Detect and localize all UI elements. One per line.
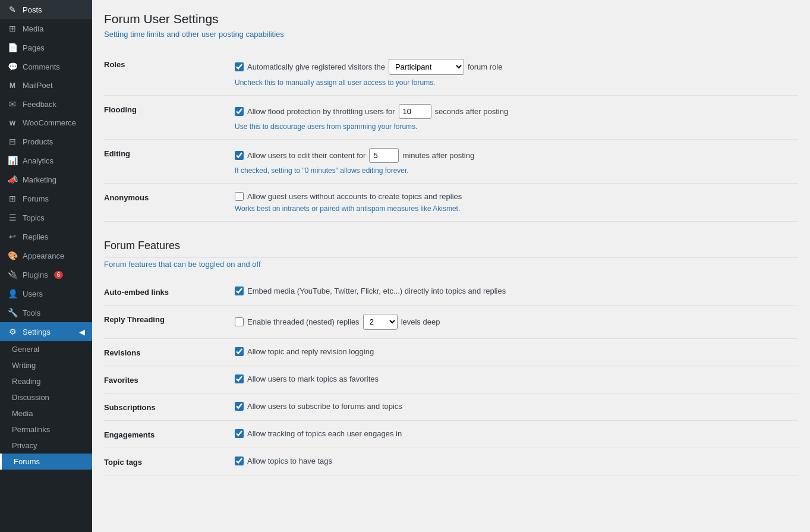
- reply-threading-depth-select[interactable]: 2 3 4 5: [363, 314, 398, 330]
- flooding-checkbox[interactable]: [235, 107, 244, 116]
- editing-control: Allow users to edit their content for mi…: [235, 148, 798, 175]
- submenu-reading[interactable]: Reading: [0, 373, 92, 389]
- sidebar-item-mailpoet[interactable]: M MailPoet: [0, 76, 92, 95]
- topic-tags-control: Allow topics to have tags: [235, 457, 798, 465]
- editing-help: If checked, setting to "0 minutes" allow…: [235, 166, 798, 175]
- editing-label: Editing: [104, 148, 235, 158]
- sidebar-item-marketing[interactable]: 📣 Marketing: [0, 170, 92, 189]
- forum-features-section: Forum Features Forum features that can b…: [104, 240, 798, 476]
- sidebar-item-posts[interactable]: ✎ Posts: [0, 0, 92, 19]
- sidebar-item-users[interactable]: 👤 Users: [0, 284, 92, 303]
- auto-embed-control-row: Embed media (YouTube, Twitter, Flickr, e…: [235, 287, 798, 295]
- topic-tags-row: Topic tags Allow topics to have tags: [104, 448, 798, 476]
- revisions-control-row: Allow topic and reply revision logging: [235, 347, 798, 356]
- subscriptions-control: Allow users to subscribe to forums and t…: [235, 402, 798, 411]
- sidebar-item-plugins[interactable]: 🔌 Plugins 6: [0, 265, 92, 284]
- sidebar-item-appearance[interactable]: 🎨 Appearance: [0, 246, 92, 265]
- revisions-text: Allow topic and reply revision logging: [247, 347, 374, 356]
- sidebar-item-replies[interactable]: ↩ Replies: [0, 227, 92, 246]
- roles-text-before: Automatically give registered visitors t…: [247, 62, 385, 71]
- revisions-control: Allow topic and reply revision logging: [235, 347, 798, 356]
- reply-threading-label: Reply Threading: [104, 314, 235, 324]
- engagements-row: Engagements Allow tracking of topics eac…: [104, 421, 798, 448]
- reply-threading-text-before: Enable threaded (nested) replies: [247, 317, 360, 326]
- reply-threading-row: Reply Threading Enable threaded (nested)…: [104, 306, 798, 339]
- flooding-seconds-input[interactable]: [399, 104, 431, 119]
- posts-icon: ✎: [7, 5, 18, 14]
- submenu-forums[interactable]: Forums: [0, 454, 92, 470]
- submenu-discussion[interactable]: Discussion: [0, 389, 92, 405]
- sidebar-item-feedback[interactable]: ✉ Feedback: [0, 95, 92, 114]
- subscriptions-checkbox[interactable]: [235, 402, 244, 411]
- editing-row: Editing Allow users to edit their conten…: [104, 140, 798, 184]
- roles-control: Automatically give registered visitors t…: [235, 59, 798, 87]
- editing-text-before: Allow users to edit their content for: [247, 151, 365, 160]
- sidebar-item-pages[interactable]: 📄 Pages: [0, 38, 92, 57]
- tools-icon: 🔧: [7, 308, 18, 317]
- feedback-icon: ✉: [7, 99, 18, 109]
- flooding-text-after: seconds after posting: [435, 107, 509, 116]
- subscriptions-label: Subscriptions: [104, 402, 235, 412]
- marketing-icon: 📣: [7, 175, 18, 184]
- submenu-media[interactable]: Media: [0, 405, 92, 421]
- auto-embed-checkbox[interactable]: [235, 287, 244, 295]
- features-title: Forum Features: [104, 240, 798, 257]
- topic-tags-text: Allow topics to have tags: [247, 457, 332, 465]
- reply-threading-control-row: Enable threaded (nested) replies 2 3 4 5…: [235, 314, 798, 330]
- sidebar-item-woocommerce[interactable]: W WooCommerce: [0, 114, 92, 132]
- sidebar-item-settings[interactable]: ⚙ Settings ◀: [0, 322, 92, 341]
- plugins-icon: 🔌: [7, 270, 18, 279]
- media-icon: ⊞: [7, 24, 18, 33]
- flooding-control-row: Allow flood protection by throttling use…: [235, 104, 798, 119]
- engagements-label: Engagements: [104, 429, 235, 439]
- sidebar-item-tools[interactable]: 🔧 Tools: [0, 303, 92, 322]
- topic-tags-control-row: Allow topics to have tags: [235, 457, 798, 465]
- roles-checkbox[interactable]: [235, 62, 244, 71]
- reply-threading-text-after: levels deep: [401, 317, 440, 326]
- engagements-checkbox[interactable]: [235, 429, 244, 438]
- engagements-control: Allow tracking of topics each user engag…: [235, 429, 798, 438]
- favorites-label: Favorites: [104, 374, 235, 385]
- replies-icon: ↩: [7, 232, 18, 241]
- products-icon: ⊟: [7, 137, 18, 146]
- roles-help: Uncheck this to manually assign all user…: [235, 78, 798, 87]
- analytics-icon: 📊: [7, 156, 18, 165]
- main-content: Forum User Settings Setting time limits …: [92, 0, 810, 532]
- page-subtitle: Setting time limits and other user posti…: [104, 30, 798, 39]
- favorites-text: Allow users to mark topics as favorites: [247, 374, 379, 383]
- anonymous-checkbox[interactable]: [235, 192, 244, 201]
- submenu-permalinks[interactable]: Permalinks: [0, 421, 92, 437]
- anonymous-control-row: Allow guest users without accounts to cr…: [235, 192, 798, 201]
- anonymous-label: Anonymous: [104, 192, 235, 202]
- plugins-badge: 6: [54, 271, 64, 279]
- roles-row: Roles Automatically give registered visi…: [104, 51, 798, 96]
- woocommerce-icon: W: [7, 119, 18, 127]
- submenu-writing[interactable]: Writing: [0, 357, 92, 373]
- subscriptions-control-row: Allow users to subscribe to forums and t…: [235, 402, 798, 411]
- topics-icon: ☰: [7, 213, 18, 222]
- flooding-help: Use this to discourage users from spammi…: [235, 122, 798, 131]
- sidebar-item-media[interactable]: ⊞ Media: [0, 19, 92, 38]
- reply-threading-control: Enable threaded (nested) replies 2 3 4 5…: [235, 314, 798, 330]
- editing-minutes-input[interactable]: [369, 148, 399, 163]
- sidebar-item-topics[interactable]: ☰ Topics: [0, 208, 92, 227]
- flooding-text-before: Allow flood protection by throttling use…: [247, 107, 395, 116]
- engagements-text: Allow tracking of topics each user engag…: [247, 429, 402, 438]
- sidebar-item-products[interactable]: ⊟ Products: [0, 132, 92, 151]
- auto-embed-label: Auto-embed links: [104, 287, 235, 297]
- reply-threading-checkbox[interactable]: [235, 317, 244, 326]
- favorites-checkbox[interactable]: [235, 374, 244, 383]
- sidebar-item-comments[interactable]: 💬 Comments: [0, 57, 92, 76]
- submenu-privacy[interactable]: Privacy: [0, 437, 92, 454]
- settings-icon: ⚙: [7, 327, 18, 336]
- sidebar-item-forums[interactable]: ⊞ Forums: [0, 189, 92, 208]
- roles-control-row: Automatically give registered visitors t…: [235, 59, 798, 75]
- topic-tags-checkbox[interactable]: [235, 457, 244, 465]
- submenu-general[interactable]: General: [0, 341, 92, 357]
- roles-select[interactable]: Participant Subscriber Contributor Autho…: [389, 59, 464, 75]
- editing-checkbox[interactable]: [235, 151, 244, 160]
- forums-icon: ⊞: [7, 194, 18, 203]
- revisions-checkbox[interactable]: [235, 347, 244, 356]
- subscriptions-row: Subscriptions Allow users to subscribe t…: [104, 394, 798, 421]
- sidebar-item-analytics[interactable]: 📊 Analytics: [0, 151, 92, 170]
